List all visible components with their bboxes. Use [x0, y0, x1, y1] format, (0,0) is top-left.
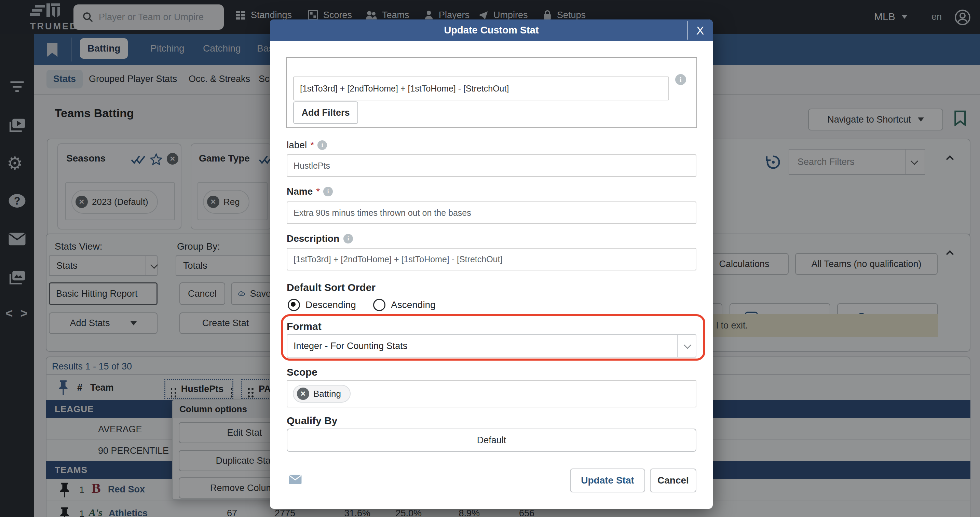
formula-panel: [1stTo3rd] + [2ndToHome] + [1stToHome] -… [286, 57, 697, 128]
info-icon[interactable]: i [344, 234, 353, 243]
mail-icon[interactable] [288, 474, 302, 485]
description-field-label: Description i [287, 233, 353, 244]
info-icon[interactable]: i [323, 187, 333, 197]
required-asterisk: * [310, 140, 314, 151]
description-input[interactable]: [1stTo3rd] + [2ndToHome] + [1stToHome] -… [287, 248, 697, 270]
qualify-by-label: Qualify By [287, 415, 337, 427]
app-screen: TRUMEDIA Player or Team or Umpire Standi… [0, 0, 980, 517]
format-highlight-annotation [281, 314, 705, 361]
scope-chip[interactable]: ✕ Batting [293, 385, 351, 403]
qualify-by-button[interactable]: Default [287, 428, 697, 452]
label-field-label: label * i [287, 140, 327, 151]
label-input[interactable]: HustlePts [287, 154, 697, 177]
formula-input[interactable]: [1stTo3rd] + [2ndToHome] + [1stToHome] -… [293, 76, 669, 100]
required-asterisk: * [316, 186, 320, 197]
scope-label: Scope [287, 366, 317, 378]
name-input[interactable]: Extra 90s minus times thrown out on the … [287, 201, 697, 224]
add-filters-button[interactable]: Add Filters [293, 101, 358, 124]
divider [687, 21, 687, 40]
scope-box: ✕ Batting [287, 380, 697, 408]
chip-remove-icon[interactable]: ✕ [297, 388, 309, 400]
update-custom-stat-modal: Update Custom Stat X [1stTo3rd] + [2ndTo… [270, 19, 713, 509]
modal-cancel-button[interactable]: Cancel [650, 468, 697, 492]
modal-title: Update Custom Stat [270, 25, 713, 36]
info-icon[interactable]: i [317, 140, 327, 150]
update-stat-button[interactable]: Update Stat [570, 468, 645, 492]
modal-header: Update Custom Stat [270, 19, 713, 41]
sort-order-label: Default Sort Order [287, 282, 375, 293]
name-field-label: Name * i [287, 186, 333, 197]
info-icon[interactable]: i [675, 74, 686, 85]
sort-descending-option[interactable]: Descending [288, 299, 356, 311]
sort-ascending-option[interactable]: Ascending [373, 299, 436, 311]
close-icon[interactable]: X [690, 22, 710, 39]
radio-unselected-icon[interactable] [373, 299, 385, 311]
radio-selected-icon[interactable] [288, 299, 300, 311]
